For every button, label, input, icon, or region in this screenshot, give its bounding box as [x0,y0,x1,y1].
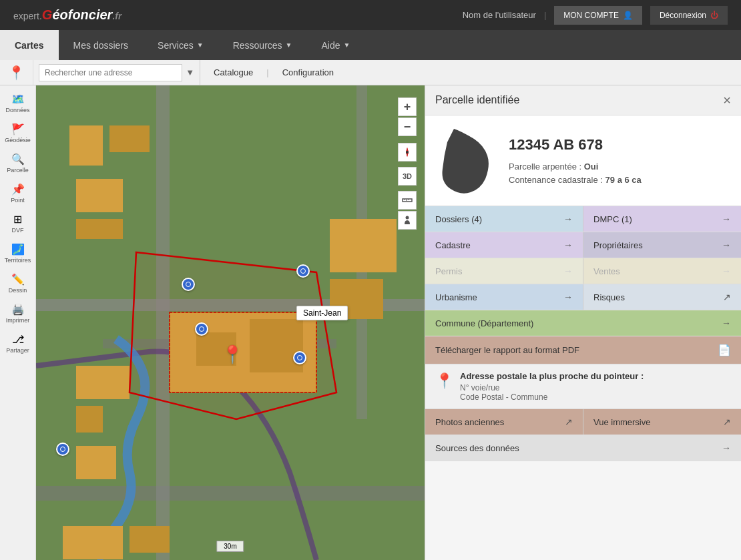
panel-title: Parcelle identifiée [435,94,519,106]
separator: | [544,10,546,20]
action-row-urbanisme: Urbanisme → Risques ↗ [425,284,741,310]
dmpc-cell[interactable]: DMPC (1) → [583,206,741,232]
ressources-chevron-icon: ▼ [286,41,292,49]
nav-item-services[interactable]: Services ▼ [143,30,218,60]
dvf-label: DVF [12,227,24,234]
panel-close-button[interactable]: × [723,93,731,107]
parcel-arpentee: Parcelle arpentée : Oui [509,162,731,172]
subnav-configuration[interactable]: Configuration [282,67,334,77]
nav-item-ressources[interactable]: Ressources ▼ [218,30,307,60]
compass-icon [401,146,413,158]
main-layout: 🗺️ Données 🚩 Géodésie 🔍 Parcelle 📌 Point… [0,85,741,560]
parcel-shape-svg [437,125,494,196]
point-label: Point [11,197,25,204]
power-icon: ⏻ [710,11,718,20]
point-icon: 📌 [11,183,25,196]
map-container[interactable]: Saint-Jean 📍 [36,85,425,560]
header: expert.Géofoncier.fr Nom de l'utilisateu… [0,0,741,30]
address-icon-wrapper: 📍 [0,60,33,85]
logo-fr: .fr [112,11,121,21]
partager-icon: ⎇ [12,333,24,346]
cadastre-cell[interactable]: Cadastre → [425,232,583,258]
navbar: Cartes Mes dossiers Services ▼ Ressource… [0,30,741,60]
photos-cell[interactable]: Photos anciennes ↗ [425,409,583,435]
blue-marker-5[interactable] [56,443,69,456]
proprietaires-label: Propriétaires [593,240,643,250]
sidebar-item-point[interactable]: 📌 Point [0,178,35,208]
svg-point-29 [406,216,409,220]
action-row-dossiers: Dossiers (4) → DMPC (1) → [425,206,741,232]
proprietaires-cell[interactable]: Propriétaires → [583,232,741,258]
blue-marker-2[interactable] [182,278,195,291]
sources-label: Sources des données [435,443,519,453]
search-dropdown-icon[interactable]: ▼ [186,67,194,77]
imprimer-icon: 🖨️ [11,303,25,316]
deconnexion-label: Déconnexion [660,11,706,20]
sidebar-item-parcelle[interactable]: 🔍 Parcelle [0,148,35,178]
sidebar-item-donnees[interactable]: 🗺️ Données [0,88,35,118]
cadastre-label: Cadastre [435,240,471,250]
mon-compte-button[interactable]: MON COMPTE 👤 [554,6,642,25]
top-bar: 📍 ▼ Catalogue | Configuration [0,60,741,85]
street-view-button[interactable] [398,211,417,230]
aide-chevron-icon: ▼ [344,41,350,49]
subnav-catalogue[interactable]: Catalogue [214,67,253,77]
commune-label: Commune (Département) [435,318,533,328]
map-pin-icon: 📍 [8,65,25,81]
mon-compte-label: MON COMPTE [563,11,619,20]
dessin-icon: ✏️ [11,273,25,286]
view-3d-button[interactable]: 3D [398,167,417,186]
territoires-icon: 🗾 [11,243,25,256]
nav-item-aide[interactable]: Aide ▼ [306,30,364,60]
svg-rect-16 [76,446,116,479]
nav-item-cartes[interactable]: Cartes [0,30,59,60]
commune-row[interactable]: Commune (Département) → [425,310,741,336]
sidebar-item-dessin[interactable]: ✏️ Dessin [0,268,35,298]
sidebar-item-geodesie[interactable]: 🚩 Géodésie [0,118,35,148]
address-pin-icon: 📍 [435,372,453,390]
zoom-in-button[interactable]: + [398,97,417,116]
subnav: Catalogue | Configuration [200,60,347,85]
risques-cell[interactable]: Risques ↗ [583,284,741,310]
search-input[interactable] [39,64,182,81]
nav-item-dossiers[interactable]: Mes dossiers [59,30,143,60]
sidebar-item-imprimer[interactable]: 🖨️ Imprimer [0,298,35,328]
dvf-icon: ⊞ [13,213,22,226]
sidebar-item-partager[interactable]: ⎇ Partager [0,328,35,358]
subnav-separator: | [266,67,268,77]
deconnexion-button[interactable]: Déconnexion ⏻ [650,6,728,25]
north-button[interactable] [398,143,417,162]
sidebar-item-territoires[interactable]: 🗾 Territoires [0,238,35,268]
urbanisme-cell[interactable]: Urbanisme → [425,284,583,310]
services-chevron-icon: ▼ [197,41,204,49]
dmpc-label: DMPC (1) [593,214,632,224]
donnees-label: Données [5,107,29,113]
svg-rect-15 [76,406,103,433]
svg-rect-25 [403,199,412,202]
geodesie-label: Géodésie [5,137,31,144]
address-block: 📍 Adresse postale la plus proche du poin… [425,364,741,409]
blue-marker-1[interactable] [195,322,208,336]
urbanisme-arrow-icon: → [563,292,573,302]
blue-marker-4[interactable] [296,264,310,278]
commune-arrow-icon: → [722,318,731,328]
cadastre-arrow-icon: → [563,240,573,250]
svg-rect-14 [76,366,130,399]
red-marker[interactable]: 📍 [222,344,243,365]
dossiers-cell[interactable]: Dossiers (4) → [425,206,583,232]
parcel-contenance: Contenance cadastrale : 79 a 6 ca [509,175,731,185]
user-icon: 👤 [623,11,633,20]
risques-label: Risques [593,292,625,302]
sidebar-item-dvf[interactable]: ⊞ DVF [0,208,35,238]
action-row-cadastre: Cadastre → Propriétaires → [425,232,741,258]
blue-marker-3[interactable] [293,351,306,364]
sources-row[interactable]: Sources des données → [425,435,741,461]
vue-label: Vue immersive [593,417,650,427]
pdf-row[interactable]: Télécharger le rapport au format PDF 📄 [425,336,741,364]
vue-immersive-cell[interactable]: Vue immersive ↗ [583,409,741,435]
permis-label: Permis [435,266,462,276]
zoom-out-button[interactable]: − [398,117,417,136]
logo-geo: G [42,7,53,22]
measure-button[interactable] [398,191,417,210]
dessin-label: Dessin [9,287,27,294]
